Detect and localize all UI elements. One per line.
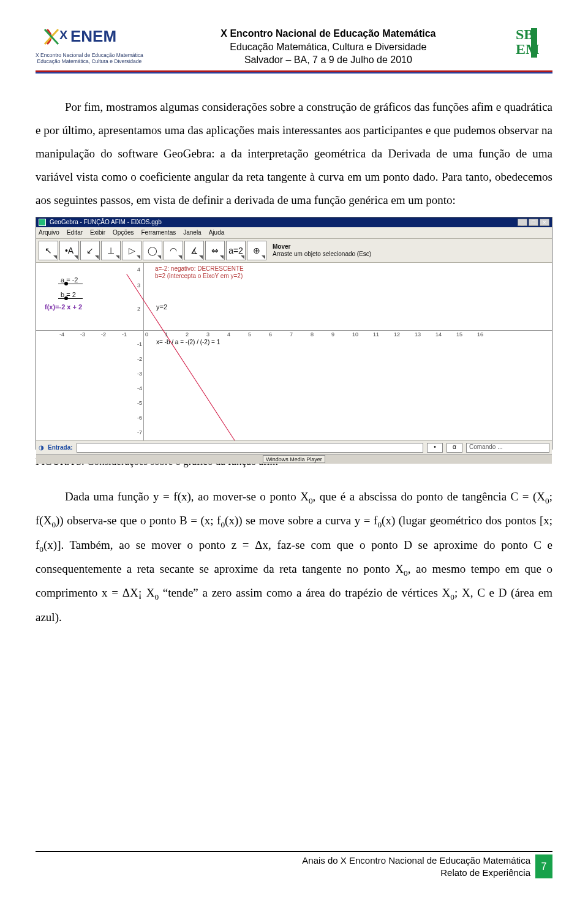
paragraph-1: Por fim, mostramos algumas considerações… <box>36 96 552 212</box>
page-footer: Anais do X Encontro Nacional de Educação… <box>36 851 552 878</box>
header-divider <box>36 70 552 74</box>
document-header: X ENEM X Encontro Nacional de Educação M… <box>36 26 552 67</box>
header-title-block: X Encontro Nacional de Educação Matemáti… <box>152 26 505 67</box>
menu-editar[interactable]: Editar <box>67 229 83 236</box>
tool-line[interactable]: ↙ <box>80 241 100 260</box>
menu-bar: Arquivo Editar Exibir Opções Ferramentas… <box>36 227 552 239</box>
sbem-logo-svg: SB EM <box>513 26 552 60</box>
paragraph-2: Dada uma função y = f(x), ao mover-se o … <box>36 485 552 629</box>
sbem-logo: SB EM <box>513 26 552 60</box>
symbol-picker-2[interactable]: α <box>447 443 462 453</box>
tool-circle[interactable]: ◯ <box>143 241 162 260</box>
input-bar: ◑ Entrada: • α Comando ... <box>36 440 552 455</box>
annotation-b: b=2 (intercepta o EixoY em y=2) <box>155 273 243 279</box>
command-picker[interactable]: Comando ... <box>466 443 549 453</box>
body-text: Por fim, mostramos algumas considerações… <box>36 96 552 212</box>
enem-logo: X ENEM X Encontro Nacional de Educação M… <box>36 26 143 65</box>
slider-a[interactable] <box>58 284 83 284</box>
enem-logo-svg: X ENEM <box>43 26 135 53</box>
label-a: a = -2 <box>61 276 78 284</box>
annotation-a: a=-2: negativo: DECRESCENTE <box>155 265 244 272</box>
menu-janela[interactable]: Janela <box>183 229 201 236</box>
tool-arc[interactable]: ◠ <box>164 241 183 260</box>
os-taskbar: Windows Media Player <box>36 455 552 464</box>
label-fx: f(x)=-2 x + 2 <box>45 303 82 311</box>
input-field[interactable] <box>77 443 423 453</box>
label-b: b = 2 <box>61 291 76 298</box>
footer-line-2: Relato de Experiência <box>36 867 530 879</box>
toolbar-hint-sub: Arraste um objeto selecionado (Esc) <box>273 251 371 257</box>
enem-logo-caption-2: Educação Matemática, Cultura e Diversida… <box>37 59 142 65</box>
tool-reflect[interactable]: ⇔ <box>205 241 225 260</box>
header-line-3: Salvador – BA, 7 a 9 de Julho de 2010 <box>152 53 505 67</box>
window-titlebar[interactable]: GeoGebra - FUNÇÂO AFIM - EIXOS.ggb _ □ × <box>36 217 552 227</box>
symbol-picker-1[interactable]: • <box>427 443 443 453</box>
footer-rule <box>36 851 552 852</box>
geogebra-screenshot: GeoGebra - FUNÇÂO AFIM - EIXOS.ggb _ □ ×… <box>36 217 552 450</box>
enem-text: ENEM <box>70 27 116 45</box>
page-number: 7 <box>535 854 552 878</box>
x-axis <box>36 330 552 331</box>
maximize-button[interactable]: □ <box>529 219 538 226</box>
toolbar: ↖ •A ↙ ⊥ ▷ ◯ ◠ ∡ ⇔ a=2 ⊕ Mover Arraste u… <box>36 239 552 263</box>
menu-exibir[interactable]: Exibir <box>90 229 105 236</box>
svg-text:X: X <box>59 28 68 42</box>
tool-polygon[interactable]: ▷ <box>122 241 141 260</box>
tool-point[interactable]: •A <box>59 241 79 260</box>
taskbar-item[interactable]: Windows Media Player <box>263 455 325 463</box>
toolbar-hint: Mover Arraste um objeto selecionado (Esc… <box>273 243 371 258</box>
menu-arquivo[interactable]: Arquivo <box>39 229 59 236</box>
graphics-view[interactable]: a=-2: negativo: DECRESCENTE b=2 (interce… <box>36 263 552 440</box>
window-title: GeoGebra - FUNÇÂO AFIM - EIXOS.ggb <box>50 219 162 225</box>
menu-ajuda[interactable]: Ajuda <box>209 229 225 236</box>
slider-b[interactable] <box>58 298 83 299</box>
tool-perpendicular[interactable]: ⊥ <box>101 241 121 260</box>
body-text-2: Dada uma função y = f(x), ao mover-se o … <box>36 485 552 629</box>
header-line-2: Educação Matemática, Cultura e Diversida… <box>152 40 505 54</box>
tool-slider[interactable]: a=2 <box>226 241 246 260</box>
page: X ENEM X Encontro Nacional de Educação M… <box>0 0 588 909</box>
menu-opcoes[interactable]: Opções <box>113 229 134 236</box>
input-label: Entrada: <box>48 444 73 451</box>
function-line[interactable] <box>126 274 334 440</box>
svg-text:SB: SB <box>516 26 533 42</box>
label-y2: y=2 <box>156 303 167 311</box>
menu-ferramentas[interactable]: Ferramentas <box>141 229 176 236</box>
app-icon <box>39 219 46 226</box>
footer-line-1: Anais do X Encontro Nacional de Educação… <box>36 854 530 867</box>
close-button[interactable]: × <box>540 219 549 226</box>
minimize-button[interactable]: _ <box>518 219 527 226</box>
toolbar-hint-title: Mover <box>273 243 371 251</box>
tool-move-view[interactable]: ⊕ <box>247 241 266 260</box>
label-root: x= -b / a = -(2) / (-2) = 1 <box>156 339 220 345</box>
tool-move[interactable]: ↖ <box>39 241 58 260</box>
tool-angle[interactable]: ∡ <box>184 241 204 260</box>
y-axis <box>143 263 144 440</box>
header-line-1: X Encontro Nacional de Educação Matemáti… <box>152 27 505 40</box>
